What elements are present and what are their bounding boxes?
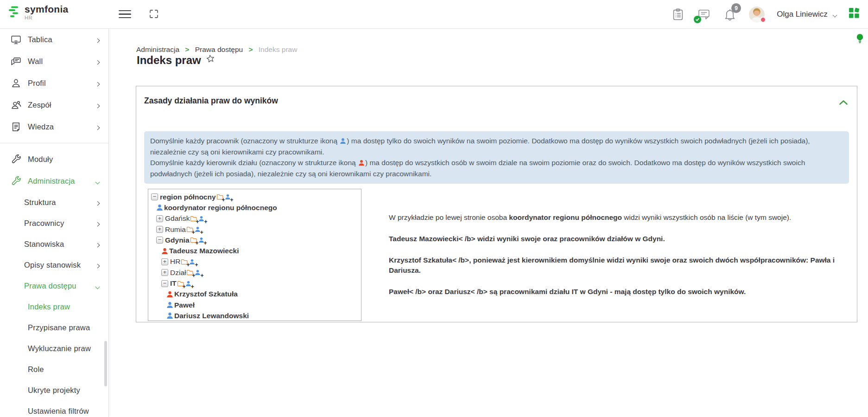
tree-dept-gdańsk[interactable]: +Gdańsk++	[148, 213, 361, 224]
sidebar-item-profil[interactable]: Profil	[0, 72, 108, 94]
collapse-toggle-icon[interactable]: −	[151, 193, 158, 200]
sidebar-item-wykluczanie-praw[interactable]: Wykluczanie praw	[0, 338, 108, 359]
sidebar-item-wiedza[interactable]: Wiedza	[0, 116, 108, 138]
tree-dept-dział[interactable]: +Dział++	[148, 267, 361, 278]
user-avatar[interactable]	[749, 6, 765, 22]
sidebar-item-ustawienia-filtrów[interactable]: Ustawienia filtrów	[0, 401, 108, 417]
tree-dept-hr[interactable]: +HR++	[148, 257, 361, 267]
favorite-star-icon[interactable]	[205, 53, 216, 67]
chevron-right-icon	[96, 35, 99, 44]
sidebar-item-label: Role	[28, 365, 44, 374]
add-person-icon[interactable]: +	[225, 193, 233, 200]
sidebar-item-zespół[interactable]: Zespół	[0, 94, 108, 116]
add-department-icon[interactable]: +	[190, 237, 198, 244]
sidebar-item-przypisane-prawa[interactable]: Przypisane prawa	[0, 317, 108, 338]
team-icon	[10, 99, 22, 111]
expand-toggle-icon[interactable]: +	[161, 258, 168, 265]
chevron-right-icon	[96, 79, 99, 88]
sidebar-item-moduły[interactable]: Moduły	[0, 148, 108, 170]
notification-count-badge: 9	[731, 3, 741, 13]
avatar-status-dot	[760, 17, 766, 23]
add-person-icon[interactable]: +	[189, 258, 197, 265]
apps-grid-icon[interactable]	[849, 7, 862, 21]
breadcrumb-prawa-dostepu[interactable]: Prawa dostępu	[195, 45, 243, 53]
tree-person-koordynator-regionu-północnego[interactable]: koordynator regionu północnego	[148, 202, 361, 213]
collapse-toggle-icon[interactable]: −	[161, 280, 168, 287]
add-person-icon[interactable]: +	[195, 226, 203, 233]
add-person-icon[interactable]: +	[198, 237, 206, 244]
add-department-icon[interactable]: +	[186, 226, 194, 233]
sidebar-item-label: Przypisane prawa	[28, 323, 90, 332]
sidebar-scrollbar[interactable]	[104, 341, 107, 386]
add-person-icon[interactable]: +	[185, 280, 193, 287]
user-name[interactable]: Olga Liniewicz	[777, 10, 828, 19]
person-red-icon	[161, 248, 168, 255]
tree-dept-it[interactable]: −IT++	[148, 278, 361, 289]
expand-toggle-icon[interactable]: +	[156, 226, 163, 233]
panel-collapse-chevron-icon[interactable]	[839, 98, 848, 107]
tree-node-label: Dział	[170, 269, 186, 277]
app-logo[interactable]: symfonia HR	[8, 4, 69, 20]
add-person-icon[interactable]: +	[195, 269, 203, 276]
person-blue-icon	[166, 302, 173, 308]
tree-node-label: Tadeusz Mazowiecki	[169, 247, 239, 255]
sidebar-item-opisy-stanowisk[interactable]: Opisy stanowisk	[0, 255, 108, 276]
sidebar-item-label: Tablica	[28, 35, 52, 44]
sidebar-item-struktura[interactable]: Struktura	[0, 192, 108, 213]
sidebar-item-pracownicy[interactable]: Pracownicy	[0, 213, 108, 234]
sidebar-item-role[interactable]: Role	[0, 359, 108, 380]
messages-ok-badge	[694, 16, 701, 23]
breadcrumb-indeks-praw: Indeks praw	[259, 45, 298, 53]
knowledge-icon	[10, 121, 22, 133]
sidebar-item-label: Pracownicy	[24, 219, 64, 228]
sidebar-item-prawa-dostępu[interactable]: Prawa dostępu	[0, 276, 108, 296]
description-paragraph: W przykładzie po lewej stronie osoba koo…	[389, 212, 850, 223]
collapse-toggle-icon[interactable]: −	[156, 237, 163, 244]
sidebar-item-tablica[interactable]: Tablica	[0, 29, 108, 51]
chevron-down-icon	[96, 177, 99, 186]
sidebar-item-label: Moduły	[28, 155, 53, 164]
tree-node-label: Krzysztof Szkatuła	[174, 290, 238, 298]
tree-node-label: Paweł	[174, 301, 195, 309]
tree-person-krzysztof-szkatuła[interactable]: Krzysztof Szkatuła	[148, 289, 361, 300]
add-department-icon[interactable]: +	[181, 258, 189, 265]
add-department-icon[interactable]: +	[190, 215, 198, 222]
tree-node-label: koordynator regionu północnego	[164, 204, 277, 212]
sidebar-item-indeks-praw[interactable]: Indeks praw	[0, 296, 108, 317]
add-department-icon[interactable]: +	[177, 280, 185, 287]
info-paragraph: Domyślnie każdy kierownik działu (oznacz…	[150, 157, 843, 179]
add-department-icon[interactable]: +	[216, 193, 224, 200]
tasks-clipboard-icon[interactable]	[671, 7, 685, 21]
tree-dept-rumia[interactable]: +Rumia++	[148, 224, 361, 235]
breadcrumb: Administracja > Prawa dostępu > Indeks p…	[136, 45, 297, 54]
expand-toggle-icon[interactable]: +	[161, 269, 168, 276]
sidebar-item-administracja[interactable]: Administracja	[0, 170, 108, 192]
user-menu-chevron-icon[interactable]	[833, 10, 836, 19]
add-person-icon[interactable]: +	[198, 215, 206, 222]
help-lightbulb-icon[interactable]	[856, 33, 864, 45]
description-text: koordynator regionu północnego	[509, 213, 622, 221]
tree-dept-gdynia[interactable]: −Gdynia++	[148, 235, 361, 245]
sidebar-item-stanowiska[interactable]: Stanowiska	[0, 234, 108, 255]
sidebar-item-ukryte-projekty[interactable]: Ukryte projekty	[0, 380, 108, 401]
person-blue-icon	[340, 136, 346, 143]
tree-person-dariusz-lewandowski[interactable]: Dariusz Lewandowski	[148, 310, 361, 321]
breadcrumb-administracja[interactable]: Administracja	[136, 45, 179, 53]
tree-dept-region-północny[interactable]: −region północny++	[148, 192, 361, 202]
sidebar-item-label: Wall	[28, 57, 43, 66]
expand-toggle-icon[interactable]: +	[156, 215, 163, 222]
fullscreen-icon[interactable]	[148, 8, 159, 19]
description-text: widzi wyniki wszystkich osób na liście (…	[622, 213, 791, 221]
add-department-icon[interactable]: +	[186, 269, 194, 276]
info-box: Domyślnie każdy pracownik (oznaczony w s…	[144, 131, 849, 184]
sidebar-item-wall[interactable]: Wall	[0, 51, 108, 72]
page-title-text: Indeks praw	[137, 54, 201, 67]
notifications-bell-icon[interactable]: 9	[723, 7, 737, 21]
tree-person-paweł[interactable]: Paweł	[148, 300, 361, 310]
page-title: Indeks praw	[137, 54, 215, 67]
messages-icon[interactable]	[697, 7, 711, 21]
description-text: Krzysztof Szkatuła< /b>, ponieważ jest k…	[389, 256, 835, 274]
menu-toggle-icon[interactable]	[119, 8, 131, 20]
person-blue-icon	[166, 312, 173, 319]
tree-person-tadeusz-mazowiecki[interactable]: Tadeusz Mazowiecki	[148, 245, 361, 256]
